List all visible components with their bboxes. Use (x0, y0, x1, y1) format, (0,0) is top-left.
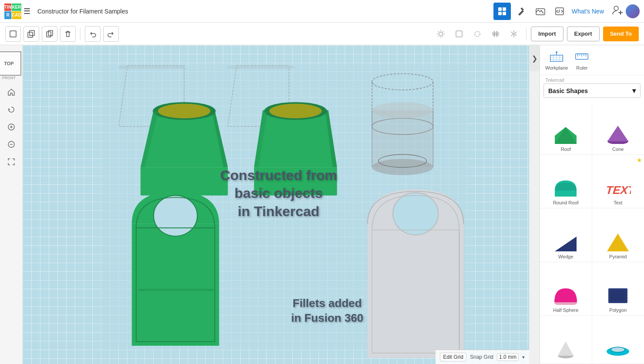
grid-view-button[interactable] (493, 3, 511, 20)
cylinder-shape (372, 102, 433, 175)
roof-label: Roof (561, 147, 571, 152)
roof-preview (553, 125, 579, 144)
hammer-button[interactable] (513, 3, 530, 20)
torus-preview (605, 339, 631, 358)
panel-header: Workplane Ruler (540, 45, 644, 75)
shape-cone[interactable]: Cone (592, 101, 644, 155)
mirror-button[interactable] (506, 26, 522, 42)
snap-grid-label: Snap Grid (470, 354, 493, 360)
text-label: Text (614, 200, 622, 205)
tinkercad-logo[interactable]: TIN KER R CAD (4, 3, 20, 19)
workplane-button[interactable]: Workplane (545, 50, 568, 70)
scene-text-constructed: Constructed from basic objects in Tinker… (220, 167, 337, 221)
rotate-button[interactable] (3, 102, 19, 117)
svg-rect-43 (138, 289, 214, 291)
shape-half-sphere[interactable]: Half Sphere (540, 262, 592, 316)
shape-torus[interactable] (592, 316, 644, 364)
code-button[interactable] (551, 3, 568, 20)
gallery-button[interactable] (532, 3, 549, 20)
edit-grid-button[interactable]: Edit Grid (440, 353, 466, 361)
svg-point-31 (158, 104, 210, 118)
separator-2 (526, 28, 527, 40)
shape-wedge[interactable]: Wedge (540, 208, 592, 262)
svg-rect-18 (494, 31, 495, 37)
copy-button[interactable] (23, 26, 39, 42)
shape-round-roof[interactable]: Round Roof (540, 155, 592, 208)
light-button[interactable] (433, 26, 449, 42)
svg-rect-12 (48, 30, 53, 36)
svg-rect-19 (496, 31, 497, 37)
user-avatar[interactable] (626, 4, 640, 18)
fit-view-button[interactable] (3, 154, 19, 170)
zoom-in-button[interactable] (3, 119, 19, 135)
shape-polygon[interactable]: Polygon (592, 262, 644, 316)
delete-button[interactable] (60, 26, 76, 42)
round-roof-label: Round Roof (553, 200, 579, 205)
new-button[interactable] (5, 26, 21, 42)
send-to-button[interactable]: Send To (603, 27, 639, 41)
half-sphere-preview (553, 286, 579, 305)
half-sphere-label: Half Sphere (553, 307, 578, 313)
undo-button[interactable] (85, 26, 101, 42)
zoom-out-button[interactable] (3, 137, 19, 152)
svg-rect-23 (119, 66, 184, 69)
svg-rect-64 (555, 190, 577, 197)
wedge-preview (553, 232, 579, 251)
pyramid-label: Pyramid (609, 254, 627, 259)
panel-section-tinkercad: Tinkercad (540, 75, 644, 83)
svg-rect-72 (610, 290, 626, 301)
svg-point-36 (372, 102, 433, 118)
shapes-grid: Roof Cone Round Roof (540, 101, 644, 364)
svg-text:TEXT: TEXT (606, 184, 631, 197)
svg-rect-3 (503, 12, 506, 15)
top-bar: TIN KER R CAD ☰ Constructor for Filament… (0, 0, 644, 23)
ruler-button[interactable]: Ruler (575, 50, 589, 70)
dropdown-arrow-icon: ▾ (632, 87, 636, 95)
logo-tin: TIN (4, 3, 11, 11)
bottom-bar: Edit Grid Snap Grid 1.0 mm ▾ (436, 350, 529, 364)
home-view-button[interactable] (3, 84, 19, 100)
toolbar: Import Export Send To (0, 23, 644, 45)
shape-pyramid[interactable]: Pyramid (592, 208, 644, 262)
shape-roof[interactable]: Roof (540, 101, 592, 155)
view-cube-box[interactable]: TOP (0, 51, 21, 76)
svg-rect-4 (520, 7, 524, 11)
separator-1 (80, 28, 80, 40)
hamburger-menu[interactable]: ☰ (23, 7, 30, 16)
whats-new-button[interactable]: What's New (572, 8, 604, 15)
snap-dropdown-arrow[interactable]: ▾ (522, 354, 525, 360)
add-person-button[interactable] (611, 4, 623, 19)
svg-marker-74 (558, 341, 574, 356)
align-button[interactable] (488, 26, 503, 42)
export-button[interactable]: Export (567, 27, 600, 41)
view-cube[interactable]: TOP FRONT (0, 49, 24, 79)
import-button[interactable]: Import (531, 27, 563, 41)
svg-point-15 (475, 31, 480, 37)
redo-button[interactable] (103, 26, 119, 42)
svg-rect-17 (492, 34, 499, 35)
svg-rect-29 (141, 167, 228, 195)
toolbar-right-icons (433, 26, 522, 42)
shape-text[interactable]: ★ TEXT Text (592, 155, 644, 208)
small-cone-preview (553, 339, 579, 358)
text-preview: TEXT (605, 178, 631, 197)
basic-shapes-dropdown[interactable]: Basic Shapes ▾ (543, 83, 641, 98)
svg-rect-8 (10, 31, 16, 37)
svg-rect-35 (372, 110, 433, 167)
shape-small-cone[interactable] (540, 316, 592, 364)
hole-button[interactable] (470, 26, 485, 42)
logo-r: R (4, 11, 11, 19)
snap-value[interactable]: 1.0 mm (497, 353, 519, 361)
basic-shapes-label: Basic Shapes (548, 87, 588, 94)
panel-collapse-button[interactable]: ❯ (529, 45, 540, 71)
shape-mode-button[interactable] (451, 26, 467, 42)
canvas-area[interactable]: Constructed from basic objects in Tinker… (23, 45, 529, 364)
silver-tag-shape (368, 189, 464, 358)
user-buttons (611, 4, 640, 19)
view-cube-front-label: FRONT (2, 76, 16, 80)
duplicate-button[interactable] (42, 26, 57, 42)
logo-cad: CAD (12, 11, 21, 19)
svg-rect-1 (503, 7, 506, 11)
main-area: TOP FRONT (0, 45, 644, 364)
view-cube-top-label: TOP (4, 61, 13, 66)
